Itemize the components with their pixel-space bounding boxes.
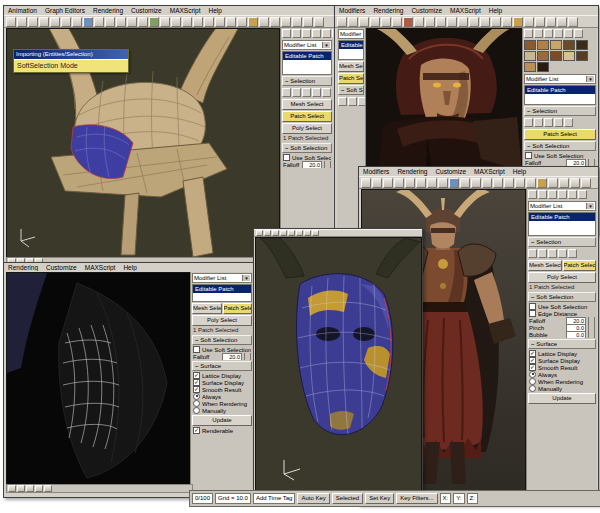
viewport-cloth[interactable]	[6, 272, 191, 485]
use-soft-selection-checkbox[interactable]	[283, 154, 290, 161]
always-radio[interactable]	[529, 371, 536, 378]
selected-dropdown[interactable]: Selected	[332, 493, 363, 504]
mesh-select-button[interactable]: Mesh Select	[338, 61, 364, 72]
toolbar-button[interactable]	[272, 230, 279, 236]
color-swatch[interactable]	[524, 40, 536, 50]
color-swatch[interactable]	[563, 40, 575, 50]
subobject-icon[interactable]	[292, 88, 301, 97]
x-coordinate-field[interactable]: X:	[440, 493, 452, 504]
manually-radio[interactable]	[529, 385, 536, 392]
menu-item[interactable]: Rendering	[8, 264, 38, 271]
toolbar-button[interactable]	[427, 178, 437, 188]
toolbar-button[interactable]	[460, 178, 470, 188]
subobject-icon[interactable]	[554, 118, 563, 127]
panel-tab-icon[interactable]	[538, 190, 547, 199]
spinner-arrows[interactable]	[588, 317, 595, 324]
render-icon[interactable]	[537, 178, 547, 188]
toolbar-button[interactable]	[171, 17, 181, 27]
toolbar-button[interactable]	[458, 17, 468, 27]
toolbar-button[interactable]	[292, 17, 302, 27]
toolbar-button[interactable]	[438, 178, 448, 188]
toolbar-button[interactable]	[568, 17, 578, 27]
nav-button[interactable]	[8, 485, 16, 492]
toolbar-button[interactable]	[535, 17, 545, 27]
toolbar-button[interactable]	[281, 17, 291, 27]
menu-item[interactable]: MAXScript	[450, 7, 481, 14]
toolbar-button[interactable]	[280, 230, 287, 236]
stack-item[interactable]: Editable Patch	[283, 52, 331, 60]
falloff-value[interactable]: 20.0	[566, 317, 586, 324]
patch-select-button[interactable]: Patch Select	[338, 73, 364, 84]
color-swatch[interactable]	[550, 51, 562, 61]
panel-tab-icon[interactable]	[338, 97, 347, 106]
panel-tab-icon[interactable]	[358, 97, 366, 106]
toolbar-button[interactable]	[256, 230, 263, 236]
toolbar-button[interactable]	[504, 178, 514, 188]
rollout-selection[interactable]: Selection	[524, 106, 596, 116]
panel-tab-icon[interactable]	[322, 29, 331, 38]
panel-tab-icon[interactable]	[292, 29, 301, 38]
poly-select-button[interactable]: Poly Select	[192, 315, 252, 326]
toolbar-button[interactable]	[493, 178, 503, 188]
menu-item[interactable]: Modifiers	[339, 7, 365, 14]
color-swatch[interactable]	[576, 51, 588, 61]
manually-radio[interactable]	[193, 407, 200, 414]
menu-item[interactable]: Help	[513, 168, 526, 175]
toolbar-button[interactable]	[72, 17, 82, 27]
toolbar-button[interactable]	[50, 17, 60, 27]
use-soft-selection-checkbox[interactable]	[525, 152, 532, 159]
toolbar-button[interactable]	[105, 17, 115, 27]
rollout-soft-selection[interactable]: Soft Selection	[282, 143, 332, 153]
patch-select-button[interactable]: Patch Select	[282, 111, 332, 122]
toolbar-button[interactable]	[414, 17, 424, 27]
nav-button[interactable]	[17, 485, 25, 492]
toolbar-button[interactable]	[6, 17, 16, 27]
toolbar-button[interactable]	[17, 17, 27, 27]
toolbar-button[interactable]	[270, 17, 280, 27]
toolbar-button[interactable]	[314, 17, 324, 27]
subobject-icon[interactable]	[568, 249, 577, 258]
toolbar-button[interactable]	[361, 178, 371, 188]
panel-tab-icon[interactable]	[528, 190, 537, 199]
subobject-icon[interactable]	[302, 88, 311, 97]
stack-item[interactable]: Editable Patch	[529, 213, 595, 221]
renderable-checkbox[interactable]	[193, 427, 200, 434]
panel-tab-icon[interactable]	[564, 29, 573, 38]
toolbar-button[interactable]	[581, 178, 591, 188]
auto-key-button[interactable]: Auto Key	[297, 493, 329, 504]
menu-item[interactable]: MAXScript	[474, 168, 505, 175]
material-icon[interactable]	[403, 17, 413, 27]
panel-tab-icon[interactable]	[548, 190, 557, 199]
subobject-icon[interactable]	[312, 88, 321, 97]
spinner-arrows[interactable]	[588, 324, 595, 331]
z-coordinate-field[interactable]: Z:	[467, 493, 478, 504]
toolbar-button[interactable]	[394, 178, 404, 188]
toolbar-button[interactable]	[546, 17, 556, 27]
update-button[interactable]: Update	[528, 393, 596, 404]
nav-button[interactable]	[26, 485, 34, 492]
toolbar-button[interactable]	[548, 178, 558, 188]
render-icon[interactable]	[248, 17, 258, 27]
subobject-icon[interactable]	[538, 249, 547, 258]
modifier-list-dropdown[interactable]: Modifier List ▾	[524, 74, 596, 84]
toolbar-button[interactable]	[436, 17, 446, 27]
stack-item[interactable]: Editable Patch	[339, 41, 363, 49]
panel-tab-icon[interactable]	[574, 29, 583, 38]
color-swatch[interactable]	[537, 62, 549, 72]
rollout-soft-selection[interactable]: Soft Selection	[338, 85, 364, 95]
toolbar-button[interactable]	[471, 178, 481, 188]
stack-item[interactable]: Editable Patch	[525, 86, 595, 94]
panel-tab-icon[interactable]	[524, 29, 533, 38]
patch-select-button[interactable]: Patch Select	[563, 260, 597, 271]
rollout-soft-selection[interactable]: Soft Selection	[528, 292, 596, 302]
y-coordinate-field[interactable]: Y:	[453, 493, 464, 504]
toolbar-button[interactable]	[215, 17, 225, 27]
toolbar-button[interactable]	[372, 178, 382, 188]
select-move-icon[interactable]	[449, 178, 459, 188]
rollout-soft-selection[interactable]: Soft Selection	[192, 335, 252, 345]
mesh-select-button[interactable]: Mesh Select	[192, 303, 222, 314]
mesh-select-button[interactable]: Mesh Select	[282, 99, 332, 110]
edge-distance-checkbox[interactable]	[529, 310, 536, 317]
toolbar-button[interactable]	[312, 230, 319, 236]
lattice-display-checkbox[interactable]	[193, 372, 200, 379]
